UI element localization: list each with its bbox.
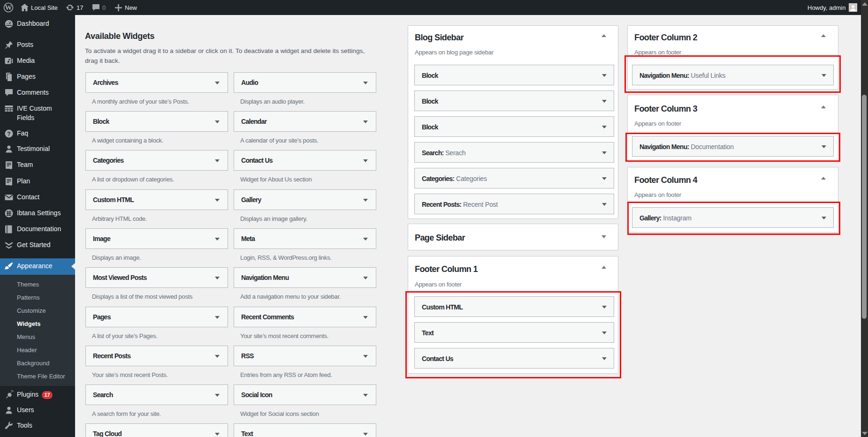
svg-text:?: ? <box>7 131 10 137</box>
svg-text:W: W <box>5 4 12 11</box>
